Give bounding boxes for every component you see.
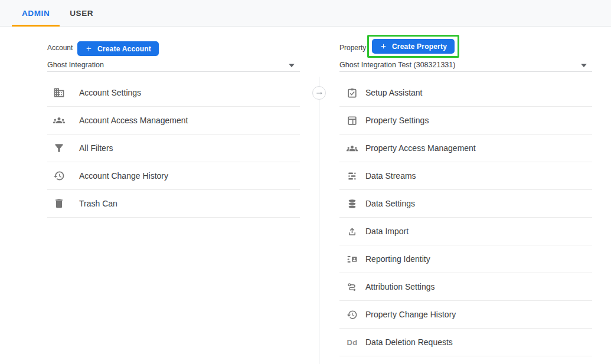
create-account-label: Create Account bbox=[97, 45, 151, 53]
account-selector[interactable]: Ghost Integration bbox=[47, 59, 300, 72]
history-icon bbox=[53, 170, 65, 182]
list-item[interactable]: Trash Can bbox=[47, 190, 300, 218]
dropdown-caret-icon bbox=[289, 64, 295, 67]
dd-letters-icon: Dd bbox=[347, 337, 358, 348]
list-item[interactable]: Attribution Settings bbox=[339, 273, 592, 301]
property-label: Property bbox=[339, 44, 366, 52]
data-streams-icon bbox=[347, 170, 358, 182]
collapse-panel-button[interactable] bbox=[312, 86, 326, 100]
account-selector-value: Ghost Integration bbox=[47, 61, 104, 69]
tab-admin-label: ADMIN bbox=[22, 9, 50, 18]
list-item-label: Data Streams bbox=[365, 171, 416, 181]
building-icon bbox=[53, 87, 65, 99]
list-item-label: Data Settings bbox=[365, 199, 415, 208]
list-item-label: Data Deletion Requests bbox=[365, 337, 453, 347]
list-item[interactable]: Dd Data Deletion Requests bbox=[339, 329, 592, 356]
ga-admin-page: ADMIN USER Account Create Account Ghost … bbox=[0, 0, 611, 364]
reporting-identity-icon bbox=[347, 254, 358, 265]
tab-user-label: USER bbox=[70, 9, 93, 18]
list-item-label: Account Change History bbox=[79, 171, 168, 181]
people-group-icon bbox=[53, 114, 65, 126]
tab-user[interactable]: USER bbox=[60, 0, 103, 26]
plus-icon bbox=[85, 45, 93, 53]
upload-icon bbox=[347, 226, 358, 237]
property-panel: Property Create Property Ghost Integrati… bbox=[339, 35, 592, 364]
list-item-label: Property Settings bbox=[365, 116, 429, 125]
list-item-label: Setup Assistant bbox=[365, 88, 423, 97]
list-item-label: Property Access Management bbox=[365, 143, 476, 153]
list-item[interactable]: Account Access Management bbox=[47, 107, 300, 135]
database-icon bbox=[347, 198, 358, 209]
property-menu-list: Setup Assistant Property Settings Proper… bbox=[339, 79, 592, 356]
dropdown-caret-icon bbox=[581, 64, 587, 67]
account-label: Account bbox=[47, 44, 73, 52]
list-item[interactable]: Setup Assistant bbox=[339, 79, 592, 107]
clipboard-check-icon bbox=[347, 87, 358, 99]
window-layout-icon bbox=[347, 115, 358, 126]
list-item[interactable]: Property Access Management bbox=[339, 135, 592, 162]
create-property-button[interactable]: Create Property bbox=[372, 39, 455, 54]
attribution-path-icon bbox=[347, 281, 358, 293]
trash-icon bbox=[53, 198, 65, 209]
list-item[interactable]: All Filters bbox=[47, 135, 300, 162]
account-menu-list: Account Settings Account Access Manageme… bbox=[47, 79, 300, 218]
list-item-label: Account Access Management bbox=[79, 116, 188, 125]
list-item[interactable]: Property Settings bbox=[339, 107, 592, 135]
list-item[interactable]: Account Settings bbox=[47, 79, 300, 107]
property-selector[interactable]: Ghost Integration Test (308321331) bbox=[339, 59, 592, 72]
list-item[interactable]: Data Import bbox=[339, 218, 592, 245]
panel-divider bbox=[319, 77, 319, 364]
plus-icon bbox=[380, 42, 387, 50]
list-item[interactable]: Property Change History bbox=[339, 301, 592, 329]
list-item-label: Account Settings bbox=[79, 88, 141, 97]
arrow-right-icon bbox=[315, 89, 324, 97]
people-group-icon bbox=[347, 143, 358, 154]
create-property-label: Create Property bbox=[392, 42, 447, 51]
list-item[interactable]: Data Settings bbox=[339, 190, 592, 218]
list-item[interactable]: Account Change History bbox=[47, 162, 300, 190]
list-item-label: Attribution Settings bbox=[365, 282, 435, 291]
list-item[interactable]: Reporting Identity bbox=[339, 245, 592, 273]
filter-icon bbox=[53, 142, 65, 154]
list-item-label: All Filters bbox=[79, 143, 113, 153]
list-item-label: Reporting Identity bbox=[365, 254, 430, 264]
tab-admin[interactable]: ADMIN bbox=[12, 0, 60, 26]
history-icon bbox=[347, 309, 358, 320]
property-selector-value: Ghost Integration Test (308321331) bbox=[339, 61, 455, 69]
annotation-highlight-box: Create Property bbox=[367, 35, 459, 58]
account-panel: Account Create Account Ghost Integration… bbox=[47, 35, 300, 364]
list-item-label: Data Import bbox=[365, 227, 409, 236]
list-item-label: Property Change History bbox=[365, 310, 456, 319]
create-account-button[interactable]: Create Account bbox=[77, 41, 159, 56]
list-item[interactable]: Data Streams bbox=[339, 162, 592, 190]
admin-user-tabbar: ADMIN USER bbox=[0, 0, 611, 27]
list-item-label: Trash Can bbox=[79, 199, 117, 208]
